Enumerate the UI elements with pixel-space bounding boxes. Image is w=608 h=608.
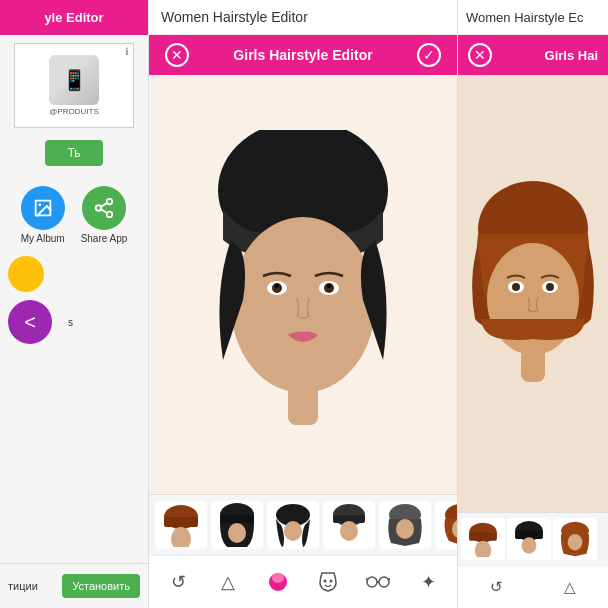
svg-point-33: [324, 580, 327, 583]
svg-point-1: [107, 199, 113, 205]
album-label: My Album: [21, 233, 65, 244]
hair-color-button[interactable]: [260, 564, 296, 600]
svg-point-52: [522, 537, 537, 553]
middle-close-button[interactable]: ✕: [165, 43, 189, 67]
right-hair-style-2: [510, 521, 548, 557]
right-hair-style-1: [464, 521, 502, 557]
hairstyle-thumbnail-row: [149, 494, 457, 555]
svg-rect-17: [164, 517, 198, 527]
svg-point-2: [96, 205, 102, 211]
hair-style-2: [215, 503, 259, 547]
svg-point-35: [367, 577, 377, 587]
hair-thumb-5[interactable]: [379, 501, 431, 549]
right-triangle-button[interactable]: △: [556, 573, 584, 601]
svg-line-39: [389, 578, 390, 580]
middle-face-svg: [193, 130, 413, 440]
svg-line-5: [101, 203, 107, 207]
svg-point-14: [327, 284, 331, 288]
right-face-container: [458, 75, 608, 512]
svg-point-23: [284, 521, 302, 541]
middle-face-container: [149, 75, 457, 494]
right-face-svg: [463, 179, 603, 409]
yellow-circle-icon: [8, 256, 44, 292]
svg-point-26: [340, 521, 358, 541]
right-hairstyle-row: [458, 512, 608, 565]
middle-tool-row: ↺ △ ✦: [149, 555, 457, 608]
svg-point-0: [38, 203, 41, 206]
hair-thumb-1[interactable]: [155, 501, 207, 549]
face-icon: [317, 571, 339, 593]
ad-info-icon: ℹ: [125, 46, 129, 57]
ad-banner: ℹ 📱 @PRODUITS: [14, 43, 134, 128]
right-tool-row: ↺ △: [458, 565, 608, 608]
right-undo-button[interactable]: ↺: [483, 573, 511, 601]
bottom-bar: тиции Установить: [0, 563, 148, 608]
hair-style-6: [439, 503, 457, 547]
svg-point-3: [107, 212, 113, 218]
middle-panel-header: Women Hairstyle Editor: [149, 0, 457, 35]
svg-point-32: [272, 573, 284, 583]
svg-point-44: [512, 283, 520, 291]
left-panel: yle Editor ℹ 📱 @PRODUITS Ть My Album: [0, 0, 148, 608]
hair-thumb-4[interactable]: [323, 501, 375, 549]
right-panel-header: Women Hairstyle Ec: [458, 0, 608, 35]
right-hair-thumb-3[interactable]: [553, 518, 597, 560]
hair-thumb-6[interactable]: [435, 501, 457, 549]
right-panel-title: Women Hairstyle Ec: [466, 10, 584, 25]
svg-rect-48: [469, 532, 497, 540]
bottom-text: тиции: [8, 580, 38, 592]
right-subtitle: Girls Hai: [545, 48, 598, 63]
triangle-tool-button[interactable]: △: [210, 564, 246, 600]
right-panel: Women Hairstyle Ec ✕ Girls Hai: [458, 0, 608, 608]
hair-style-5: [383, 503, 427, 547]
ad-subtext: @PRODUITS: [49, 107, 98, 116]
album-icon-item[interactable]: My Album: [21, 186, 65, 244]
svg-point-49: [475, 541, 491, 557]
share-icon: [82, 186, 126, 230]
svg-rect-46: [521, 347, 545, 382]
hair-style-4: [327, 503, 371, 547]
install-button[interactable]: Установить: [62, 574, 140, 598]
svg-point-21: [228, 523, 246, 543]
svg-point-45: [546, 283, 554, 291]
svg-point-54: [568, 534, 583, 550]
right-close-button[interactable]: ✕: [468, 43, 492, 67]
right-hair-thumb-2[interactable]: [507, 518, 551, 560]
partial-label: s: [68, 317, 73, 328]
svg-line-4: [101, 209, 107, 213]
icon-grid: My Album Share App: [0, 186, 148, 244]
middle-panel-subheader: ✕ Girls Hairstyle Editor ✓: [149, 35, 457, 75]
hair-style-1: [159, 503, 203, 547]
share-label: Share App: [81, 233, 128, 244]
hair-thumb-3[interactable]: [267, 501, 319, 549]
glasses-button[interactable]: [360, 564, 396, 600]
left-header-text: yle Editor: [44, 10, 103, 25]
right-hair-thumb-1[interactable]: [461, 518, 505, 560]
svg-point-36: [379, 577, 389, 587]
svg-rect-15: [288, 385, 318, 425]
purple-circle-icon: <: [8, 300, 52, 344]
hair-color-icon: [267, 571, 289, 593]
right-panel-subheader: ✕ Girls Hai: [458, 35, 608, 75]
middle-subtitle: Girls Hairstyle Editor: [233, 47, 372, 63]
ad-action-button[interactable]: Ть: [45, 140, 102, 166]
face-tool-button[interactable]: [310, 564, 346, 600]
sparkle-button[interactable]: ✦: [410, 564, 446, 600]
middle-panel: Women Hairstyle Editor ✕ Girls Hairstyle…: [148, 0, 458, 608]
share-icon-item[interactable]: Share App: [81, 186, 128, 244]
svg-point-28: [396, 519, 414, 539]
right-hair-style-3: [556, 521, 594, 557]
middle-check-button[interactable]: ✓: [417, 43, 441, 67]
svg-point-34: [330, 580, 333, 583]
hair-thumb-2[interactable]: [211, 501, 263, 549]
partial-icon-row: [0, 256, 148, 292]
ad-phone-image: 📱: [49, 55, 99, 105]
hair-style-3: [271, 503, 315, 547]
purple-icon-row: < s: [0, 300, 148, 344]
svg-line-38: [366, 578, 367, 580]
album-icon: [21, 186, 65, 230]
middle-panel-title: Women Hairstyle Editor: [161, 9, 308, 25]
left-header: yle Editor: [0, 0, 148, 35]
undo-button[interactable]: ↺: [160, 564, 196, 600]
svg-point-18: [171, 527, 191, 547]
